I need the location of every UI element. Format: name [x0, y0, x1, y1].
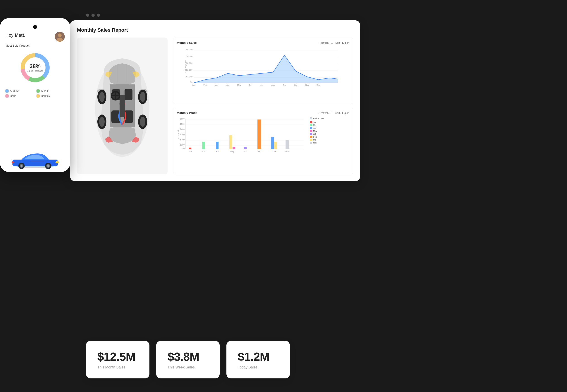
svg-point-14 — [47, 165, 49, 167]
most-sold-title: Most Sold Product — [5, 44, 65, 47]
svg-text:$5,000: $5,000 — [186, 48, 192, 51]
audi-color-dot — [5, 89, 9, 93]
avatar — [55, 32, 65, 42]
svg-rect-90 — [285, 140, 289, 149]
sort-btn-sales[interactable]: Sort — [335, 42, 340, 44]
donut-chart: 38% Sales Increase — [5, 50, 65, 86]
legend-nov: Nov — [310, 142, 324, 144]
svg-text:Nov: Nov — [285, 150, 289, 153]
svg-text:Apr: Apr — [215, 150, 219, 153]
svg-point-28 — [99, 92, 105, 102]
refresh-btn-sales[interactable]: › Refresh — [319, 42, 328, 44]
monthly-sales-title: Monthly Sales — [177, 41, 197, 44]
svg-text:Oct: Oct — [273, 150, 276, 153]
svg-point-34 — [140, 117, 145, 127]
monthly-sales-chart-card: Monthly Sales › Refresh ⊞ Sort Export — [173, 38, 353, 104]
legend-may: May — [310, 130, 324, 132]
suzuki-color-dot — [36, 89, 40, 93]
svg-text:$4,000: $4,000 — [186, 55, 192, 57]
divider — [5, 41, 65, 41]
legend-audi: Audi A6 — [5, 89, 34, 93]
svg-text:Aug: Aug — [271, 84, 275, 86]
svg-text:Total Payment: Total Payment — [184, 60, 187, 73]
svg-text:Jul: Jul — [260, 84, 263, 86]
legend-apr: Apr — [310, 127, 324, 129]
month-sales-value: $12.5M — [97, 350, 138, 364]
svg-text:Jul: Jul — [244, 150, 247, 153]
svg-text:Oct: Oct — [294, 84, 298, 86]
donut-percent: 38% — [27, 63, 43, 70]
refresh-btn-profit[interactable]: › Refresh — [319, 112, 328, 114]
today-sales-label: Today Sales — [238, 365, 279, 369]
svg-text:$100: $100 — [180, 144, 184, 146]
dot-3[interactable] — [97, 14, 100, 17]
monthly-profit-chart-card: Monthly Profit › Refresh ⊞ Sort Export — [173, 108, 353, 174]
svg-text:$400: $400 — [180, 128, 184, 130]
svg-rect-84 — [229, 135, 232, 149]
legend-mar: Mar — [310, 124, 324, 126]
legend-suzuki: Suzuki — [36, 89, 65, 93]
svg-rect-17 — [30, 161, 44, 161]
svg-rect-88 — [271, 137, 274, 149]
apr-dot — [310, 127, 312, 129]
grid-icon-profit: ⊞ — [331, 111, 333, 114]
svg-text:$0: $0 — [182, 147, 184, 150]
jul-dot — [310, 133, 312, 135]
donut-sublabel: Sales Increase — [27, 70, 43, 72]
dot-1[interactable] — [86, 14, 89, 17]
export-btn-profit[interactable]: Export — [342, 112, 349, 114]
svg-text:Total Profit: Total Profit — [177, 129, 180, 139]
monthly-sales-actions: › Refresh ⊞ Sort Export — [319, 41, 349, 44]
legend-jul: Jul — [310, 133, 324, 135]
svg-rect-20 — [125, 89, 132, 100]
svg-text:$1,000: $1,000 — [186, 76, 192, 78]
car-image-section — [77, 38, 168, 174]
svg-text:Jan: Jan — [192, 84, 196, 86]
username-text: Matt, — [15, 33, 25, 38]
benz-color-dot — [5, 94, 9, 98]
svg-text:May: May — [230, 150, 234, 153]
svg-text:$0: $0 — [190, 81, 192, 83]
sort-btn-profit[interactable]: Sort — [335, 112, 340, 114]
legend-title: Invoice Date — [313, 117, 324, 120]
svg-rect-87 — [257, 120, 261, 149]
svg-text:Mar: Mar — [215, 84, 218, 86]
legend-oct: Oct — [310, 139, 324, 141]
svg-point-32 — [99, 117, 105, 127]
svg-point-1 — [58, 33, 62, 37]
monthly-profit-header: Monthly Profit › Refresh ⊞ Sort Export — [177, 111, 349, 114]
audi-label: Audi A6 — [10, 89, 19, 93]
week-sales-value: $3.8M — [168, 350, 208, 364]
bentley-color-dot — [36, 94, 40, 98]
svg-point-11 — [21, 165, 22, 167]
phone-panel: Hey Matt, Most Sold Product 38% — [0, 18, 70, 172]
svg-rect-81 — [189, 148, 191, 149]
svg-text:$3,000: $3,000 — [186, 62, 192, 64]
svg-text:Sep: Sep — [283, 84, 286, 86]
legend-sep: Sep — [310, 136, 324, 138]
donut-center: 38% Sales Increase — [27, 63, 43, 72]
svg-text:$600: $600 — [180, 118, 184, 120]
svg-rect-89 — [274, 142, 277, 149]
chart-legend: Audi A6 Suzuki Benz Bentley — [5, 89, 65, 98]
bentley-label: Bentley — [41, 94, 50, 98]
stat-card-today: $1.2M Today Sales — [227, 341, 290, 378]
dashboard-content: Monthly Sales › Refresh ⊞ Sort Export — [77, 38, 353, 174]
export-btn-sales[interactable]: Export — [342, 42, 349, 44]
monthly-sales-header: Monthly Sales › Refresh ⊞ Sort Export — [177, 41, 349, 44]
stat-card-month: $12.5M This Month Sales — [86, 341, 149, 378]
suzuki-label: Suzuki — [41, 89, 49, 93]
svg-text:Sep: Sep — [257, 150, 261, 153]
grid-icon-sales: ⊞ — [331, 41, 333, 44]
dot-2[interactable] — [91, 14, 95, 17]
week-sales-label: This Week Sales — [168, 365, 208, 369]
svg-text:$200: $200 — [180, 139, 184, 141]
car-top-view — [86, 52, 158, 160]
may-dot — [310, 130, 312, 132]
svg-rect-83 — [216, 142, 218, 149]
today-sales-value: $1.2M — [238, 350, 279, 364]
svg-text:May: May — [237, 84, 241, 86]
checkbox-icon: ☑ — [310, 117, 312, 120]
monthly-profit-title: Monthly Profit — [177, 111, 197, 114]
oct-dot — [310, 139, 312, 141]
